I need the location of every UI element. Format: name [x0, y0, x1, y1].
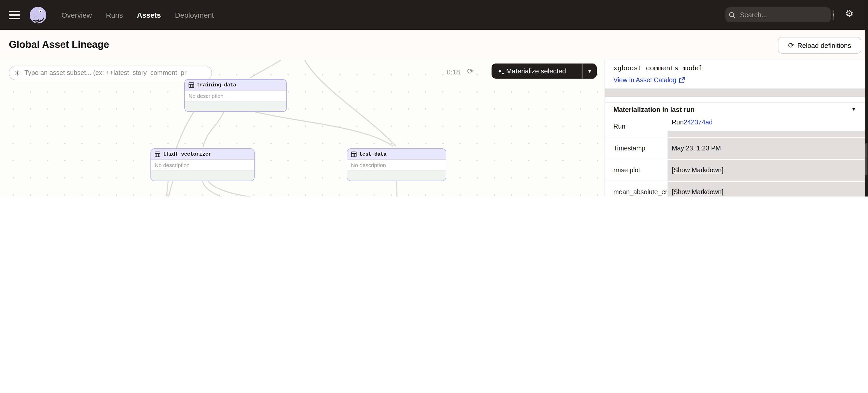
asset-subset-filter[interactable]: ✳: [9, 66, 212, 80]
refresh-timer: 0:18: [447, 68, 460, 76]
materialize-selected-button[interactable]: ✦✦ Materialize selected ▼: [492, 64, 597, 78]
asset-graph-pane[interactable]: ✳ 0:18 ⟳ ✦✦ Materialize selected ▼ train…: [0, 60, 604, 197]
table-icon: [155, 151, 160, 157]
search-icon: [725, 11, 739, 19]
op-selector-icon: ✳: [14, 69, 20, 76]
panel-scroll-band: [605, 89, 865, 97]
table-row: Timestamp May 23, 1:23 PM: [605, 137, 865, 159]
search-input[interactable]: [739, 10, 833, 19]
dagster-app: Overview Runs Assets Deployment / ⚙ Glob…: [0, 0, 868, 197]
chevron-down-icon: ▼: [851, 107, 856, 112]
last-run-metadata-table: Run Run 242374ad Timestamp May 23, 1:23 …: [605, 116, 865, 197]
lineage-edges: [0, 60, 604, 197]
asset-details-panel: xgboost_comments_model View in Asset Cat…: [604, 60, 865, 197]
sparkle-icon: ✦✦: [497, 68, 502, 74]
nav-items: Overview Runs Assets Deployment: [61, 11, 214, 19]
nav-item-overview[interactable]: Overview: [61, 11, 92, 19]
hamburger-menu-icon[interactable]: [9, 11, 20, 19]
refresh-graph-icon[interactable]: ⟳: [467, 67, 473, 76]
search-shortcut-badge: /: [833, 10, 834, 20]
show-markdown-link[interactable]: [Show Markdown]: [672, 189, 723, 196]
asset-title: xgboost_comments_model: [613, 65, 703, 72]
global-search[interactable]: /: [725, 7, 831, 22]
top-nav: Overview Runs Assets Deployment / ⚙: [0, 0, 868, 30]
page-header: Global Asset Lineage ⟳ Reload definition…: [0, 30, 865, 60]
gear-icon[interactable]: ⚙: [845, 9, 854, 18]
nav-item-deployment[interactable]: Deployment: [175, 11, 214, 19]
dagster-logo[interactable]: [29, 6, 47, 24]
materialize-dropdown-caret[interactable]: ▼: [583, 68, 597, 74]
table-row: mean_absolute_error plot [Show Markdown]: [605, 181, 865, 197]
table-icon: [351, 151, 357, 157]
asset-node-training-data[interactable]: training_data No description Materialize…: [184, 79, 287, 112]
table-icon: [188, 82, 194, 88]
asset-subset-input[interactable]: [24, 69, 211, 77]
table-row: rmse plot [Show Markdown]: [605, 159, 865, 181]
show-markdown-link[interactable]: [Show Markdown]: [672, 167, 723, 174]
view-in-asset-catalog-link[interactable]: View in Asset Catalog: [613, 76, 685, 84]
refresh-icon: ⟳: [788, 42, 794, 49]
page-title: Global Asset Lineage: [9, 39, 109, 51]
external-link-icon: [679, 77, 685, 83]
run-id-link[interactable]: 242374ad: [684, 119, 713, 126]
nav-item-runs[interactable]: Runs: [106, 11, 123, 19]
page-scrollbar-thumb[interactable]: [865, 143, 867, 175]
table-row: Run Run 242374ad: [605, 116, 865, 137]
asset-node-tfidf-vectorizer[interactable]: tfidf_vectorizer No description Material…: [151, 149, 255, 181]
asset-node-test-data[interactable]: test_data No description MaterializedMay…: [347, 149, 446, 181]
section-materialization-in-last-run[interactable]: Materialization in last run ▼: [605, 102, 865, 116]
reload-definitions-button[interactable]: ⟳ Reload definitions: [778, 37, 861, 54]
nav-item-assets[interactable]: Assets: [137, 11, 161, 19]
